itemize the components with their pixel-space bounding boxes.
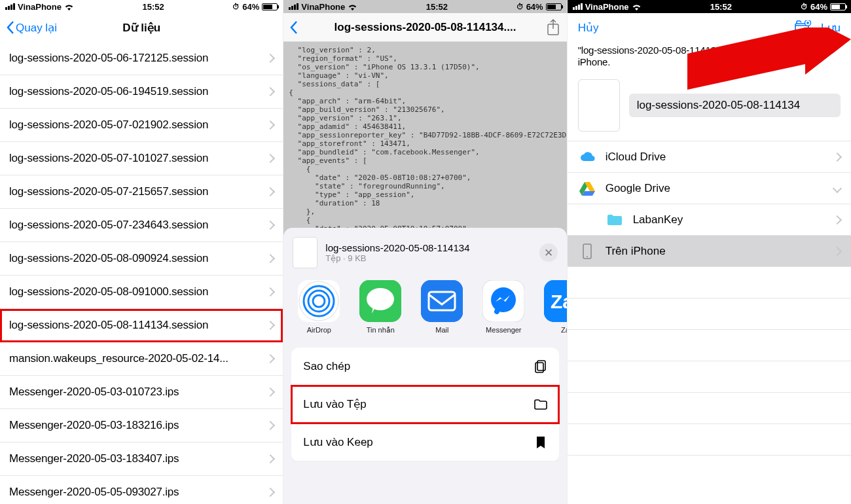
copy-icon (533, 359, 549, 374)
iphone-icon (578, 242, 596, 261)
location-label: Trên iPhone (606, 245, 666, 258)
chevron-right-icon (267, 122, 274, 128)
file-row[interactable]: log-sessions-2020-05-07-021902.session (0, 109, 283, 142)
new-folder-button[interactable] (795, 20, 812, 35)
alarm-icon: ⏱ (801, 3, 808, 10)
file-row[interactable]: Messenger-2020-05-03-010723.ips (0, 376, 283, 409)
location-list: iCloud DriveGoogle DriveLabanKeyTrên iPh… (568, 141, 851, 267)
location-trên-iphone[interactable]: Trên iPhone (568, 236, 851, 267)
alarm-icon: ⏱ (516, 3, 524, 10)
gdrive-icon (578, 179, 596, 198)
file-row[interactable]: Messenger-2020-05-03-183216.ips (0, 409, 283, 442)
file-row[interactable]: log-sessions-2020-05-07-234643.session (0, 209, 283, 242)
filename-field[interactable]: log-sessions-2020-05-08-114134 (629, 94, 841, 117)
folder-cyan-icon (606, 211, 624, 229)
file-content-preview: "log_version" : 2, "region_format" : "US… (283, 42, 566, 228)
svg-point-1 (299, 281, 338, 321)
battery-percent: 64% (526, 2, 543, 12)
back-button[interactable] (290, 21, 298, 34)
file-name: log-sessions-2020-05-07-215657.session (9, 185, 208, 198)
share-app-za[interactable]: ZaZa (541, 280, 566, 334)
location-google-drive[interactable]: Google Drive (568, 173, 851, 204)
location-label: Google Drive (606, 182, 670, 195)
time: 15:52 (143, 2, 164, 12)
file-row[interactable]: log-sessions-2020-05-08-090924.session (0, 242, 283, 276)
battery-icon (830, 3, 846, 10)
app-icon (421, 280, 463, 322)
share-app-tin-nhắn[interactable]: Tin nhắn (357, 280, 404, 334)
share-sheet: log-sessions-2020-05-08-114134 Tệp · 9 K… (283, 228, 566, 504)
file-row[interactable]: log-sessions-2020-05-07-215657.session (0, 175, 283, 209)
chevron-right-icon (267, 456, 274, 462)
bookmark-icon (533, 435, 549, 450)
app-label: Za (541, 326, 566, 334)
sheet-file-meta: Tệp · 9 KB (325, 253, 469, 263)
file-thumbnail-icon (293, 237, 317, 268)
chevron-right-icon (267, 55, 274, 62)
back-label: Quay lại (16, 21, 57, 35)
location-icloud-drive[interactable]: iCloud Drive (568, 141, 851, 173)
chevron-down-icon (834, 185, 841, 192)
time: 15:52 (426, 2, 448, 12)
cancel-button[interactable]: Hủy (578, 21, 599, 35)
chevron-right-icon (267, 389, 274, 395)
document-title: log-sessions-2020-05-08-114134.... (310, 21, 540, 34)
chevron-right-icon (834, 248, 841, 255)
list-item (568, 393, 851, 424)
app-icon (298, 280, 340, 322)
location-labankey[interactable]: LabanKey (568, 204, 851, 236)
save-button[interactable]: Lưu (821, 21, 841, 35)
back-button[interactable]: Quay lại (7, 21, 57, 35)
file-row[interactable]: Messenger-2020-05-03-183407.ips (0, 442, 283, 476)
file-row[interactable]: log-sessions-2020-05-08-091000.session (0, 276, 283, 309)
file-row[interactable]: log-sessions-2020-05-06-172125.session (0, 42, 283, 75)
app-icon: Za (544, 280, 566, 322)
app-icon (359, 280, 401, 322)
sheet-filename: log-sessions-2020-05-08-114134 (325, 242, 469, 253)
file-name: log-sessions-2020-05-07-021902.session (9, 118, 208, 132)
share-button[interactable] (546, 18, 560, 37)
status-bar: VinaPhone 15:52 ⏱ 64% (283, 0, 566, 13)
app-label: AirDrop (295, 326, 342, 334)
file-name: log-sessions-2020-05-07-101027.session (9, 152, 208, 165)
svg-point-10 (491, 287, 516, 312)
alarm-icon: ⏱ (232, 3, 240, 10)
file-row[interactable]: Messenger-2020-05-05-093027.ips (0, 476, 283, 504)
wifi-icon (632, 3, 642, 10)
file-row[interactable]: log-sessions-2020-05-08-114134.session (0, 309, 283, 342)
action-copy[interactable]: Sao chép (291, 348, 558, 386)
chevron-right-icon (267, 289, 274, 295)
file-name: log-sessions-2020-05-08-091000.session (9, 285, 208, 298)
file-name: log-sessions-2020-05-06-194519.session (9, 85, 208, 98)
file-name: mansion.wakeups_resource-2020-05-02-14..… (9, 352, 228, 365)
share-app-messenger[interactable]: Messenger (480, 280, 527, 334)
list-item (568, 298, 851, 330)
share-apps-row[interactable]: AirDropTin nhắnMailMessengerZaZa (283, 278, 566, 344)
signal-icon (5, 3, 15, 10)
action-bookmark[interactable]: Lưu vào Keep (291, 423, 558, 461)
file-name: log-sessions-2020-05-07-234643.session (9, 219, 208, 232)
battery-icon (546, 3, 562, 10)
battery-percent: 64% (242, 2, 259, 12)
battery-icon (262, 3, 278, 10)
app-label: Messenger (480, 326, 527, 334)
file-row[interactable]: log-sessions-2020-05-07-101027.session (0, 142, 283, 175)
share-app-airdrop[interactable]: AirDrop (295, 280, 342, 334)
share-app-mail[interactable]: Mail (418, 280, 465, 334)
file-name: log-sessions-2020-05-06-172125.session (9, 52, 208, 65)
close-sheet-button[interactable]: ✕ (539, 243, 558, 262)
chevron-right-icon (834, 217, 841, 223)
nav-bar: Hủy Lưu (568, 13, 851, 42)
folder-icon (533, 397, 549, 412)
chevron-right-icon (267, 155, 274, 162)
file-row[interactable]: mansion.wakeups_resource-2020-05-02-14..… (0, 342, 283, 376)
carrier: VinaPhone (301, 2, 345, 12)
status-bar: VinaPhone 15:52 ⏱ 64% (0, 0, 283, 13)
file-thumbnail-icon (578, 79, 620, 132)
action-folder[interactable]: Lưu vào Tệp (291, 386, 558, 423)
wifi-icon (348, 3, 357, 10)
chevron-right-icon (267, 422, 274, 429)
file-row[interactable]: log-sessions-2020-05-06-194519.session (0, 75, 283, 109)
list-item (568, 361, 851, 393)
cloud-icon (578, 148, 596, 166)
